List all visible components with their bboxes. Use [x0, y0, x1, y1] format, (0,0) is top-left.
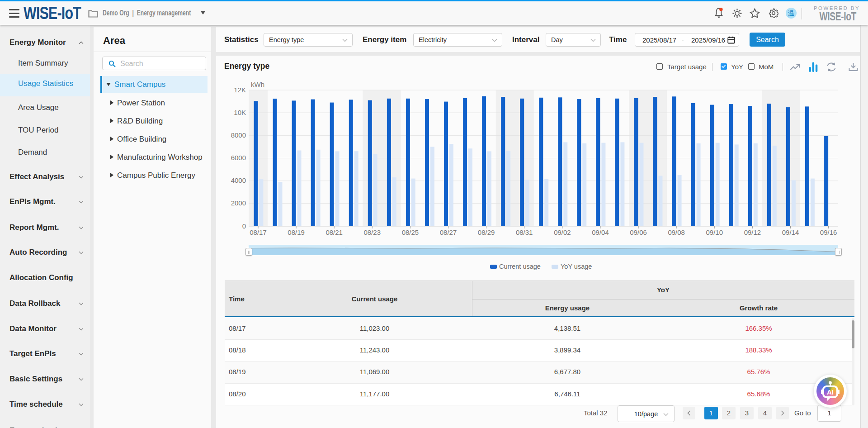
svg-text:2000: 2000 — [231, 199, 246, 207]
svg-text:0: 0 — [242, 222, 246, 230]
svg-text:10K: 10K — [234, 109, 246, 116]
svg-text:08/29: 08/29 — [478, 228, 495, 236]
svg-text:08/25: 08/25 — [402, 228, 419, 236]
svg-text:kWh: kWh — [251, 81, 264, 88]
svg-text:09/02: 09/02 — [554, 228, 571, 236]
svg-text:09/10: 09/10 — [706, 228, 723, 236]
svg-text:09/16: 09/16 — [820, 228, 837, 236]
svg-text:08/31: 08/31 — [516, 228, 533, 236]
svg-text:AI: AI — [827, 388, 834, 396]
svg-text:8000: 8000 — [231, 131, 246, 139]
svg-text:09/08: 09/08 — [668, 228, 685, 236]
svg-text:09/04: 09/04 — [592, 228, 609, 236]
svg-text:08/27: 08/27 — [440, 228, 457, 236]
svg-text:4000: 4000 — [231, 176, 246, 184]
svg-text:6000: 6000 — [231, 154, 246, 162]
svg-text:08/17: 08/17 — [250, 228, 267, 236]
svg-text:08/23: 08/23 — [364, 228, 381, 236]
svg-text:09/12: 09/12 — [744, 228, 761, 236]
svg-text:08/21: 08/21 — [326, 228, 343, 236]
svg-text:12K: 12K — [234, 86, 246, 94]
svg-text:08/19: 08/19 — [288, 228, 305, 236]
svg-text:09/14: 09/14 — [782, 228, 799, 236]
svg-text:09/06: 09/06 — [630, 228, 647, 236]
